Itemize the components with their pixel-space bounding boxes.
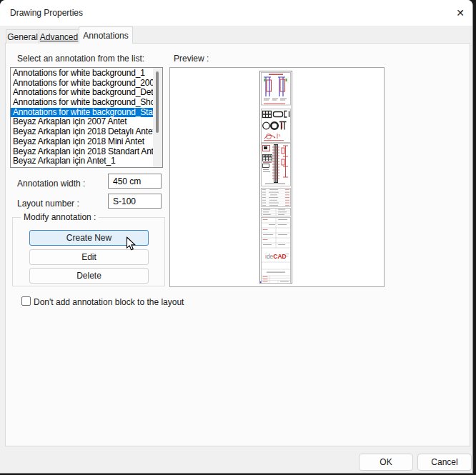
list-item[interactable]: Beyaz Arkaplan için 2018 Standart Ant xyxy=(11,147,153,157)
list-item[interactable]: Beyaz Arkaplan için 2007 Antet xyxy=(11,117,153,127)
list-item[interactable]: Annotations for white background_Det xyxy=(11,88,153,98)
mouse-cursor xyxy=(126,236,137,252)
annotation-listbox: Annotations for white background_1 Annot… xyxy=(10,67,163,168)
layout-number-input[interactable] xyxy=(108,194,162,209)
list-item[interactable]: Annotations for white background_Sho xyxy=(11,98,153,108)
cancel-button[interactable]: Cancel xyxy=(417,454,472,471)
close-button[interactable]: ✕ xyxy=(447,0,473,26)
drawing-properties-dialog: Drawing Properties ✕ General Advanced An… xyxy=(0,0,473,474)
tab-advanced[interactable]: Advanced xyxy=(39,29,79,44)
modify-annotation-group: Modify annotation : Create New Edit Dele… xyxy=(12,217,165,286)
preview-box: ideCAD xyxy=(169,67,385,287)
list-item[interactable]: Beyaz Arkaplan için Antet_1 xyxy=(11,156,153,166)
annotation-preview-strip: ideCAD xyxy=(259,71,292,284)
select-annotation-label: Select an annotation from the list: xyxy=(17,54,144,64)
annotation-width-input[interactable] xyxy=(108,174,162,189)
svg-text:ideCAD: ideCAD xyxy=(265,253,287,260)
annotation-width-label: Annotation width : xyxy=(17,179,85,189)
tab-strip: General Advanced Annotations xyxy=(6,26,132,44)
tab-annotations[interactable]: Annotations xyxy=(79,26,133,44)
title-bar[interactable]: Drawing Properties ✕ xyxy=(0,0,472,26)
list-item[interactable]: Beyaz Arkaplan için 2018 Detaylı Antet xyxy=(11,127,153,137)
delete-button[interactable]: Delete xyxy=(29,268,149,284)
dont-add-annotation-checkbox-label: Don't add annotation block to the layout xyxy=(34,297,184,307)
list-item[interactable]: Beyaz Arkaplan için 2018 Mini Antet xyxy=(11,137,153,147)
ok-button[interactable]: OK xyxy=(359,454,413,471)
annotation-list: Annotations for white background_1 Annot… xyxy=(11,69,153,168)
list-scrollbar[interactable] xyxy=(153,68,162,167)
window-title: Drawing Properties xyxy=(10,0,83,26)
list-item[interactable]: Çelik Antet Beyaz xyxy=(11,166,153,168)
layout-number-label: Layout number : xyxy=(17,199,79,209)
list-item[interactable]: Annotations for white background_200 xyxy=(11,79,153,89)
scrollbar-thumb[interactable] xyxy=(156,71,159,133)
annotations-tab-page: Select an annotation from the list: Anno… xyxy=(5,43,470,446)
dont-add-annotation-checkbox[interactable] xyxy=(21,296,31,306)
modify-annotation-label: Modify annotation : xyxy=(21,212,99,222)
preview-label: Preview : xyxy=(174,54,209,64)
close-icon: ✕ xyxy=(456,7,465,19)
list-item-selected[interactable]: Annotations for white background_Sta xyxy=(11,108,153,118)
list-item[interactable]: Annotations for white background_1 xyxy=(11,69,153,79)
tab-general[interactable]: General xyxy=(6,29,39,44)
